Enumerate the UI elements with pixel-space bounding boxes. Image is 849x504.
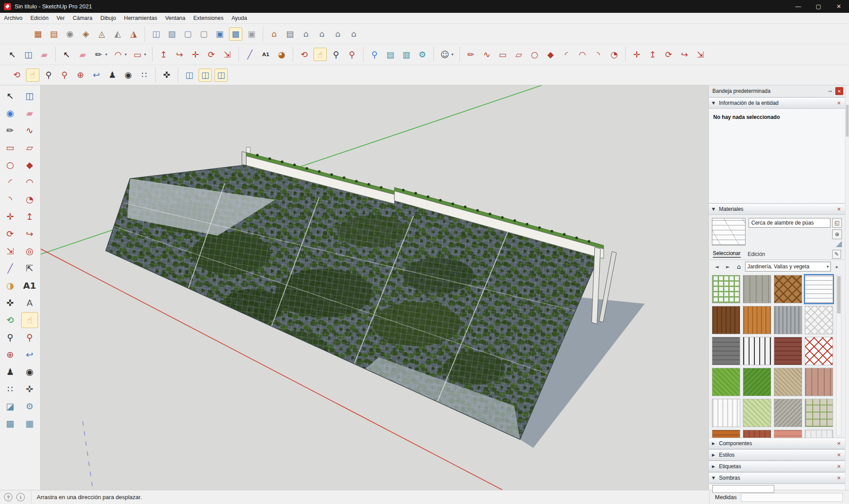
porcion-icon[interactable]: ◔ [608,48,621,61]
porcion-icon[interactable]: ◔ [21,191,38,207]
zoom-ventana-icon[interactable]: ⚲ [58,69,71,82]
perspectiva-dos-puntos-icon[interactable]: ◫ [214,69,228,82]
material-losas-con-musgo[interactable] [805,399,833,427]
acotacion-icon[interactable]: ⇱ [21,260,38,276]
vista-derecha-icon[interactable]: ⌂ [315,27,329,41]
escala-icon[interactable]: ⇲ [2,243,19,259]
cuenta-usuario-icon[interactable]: ☺ [438,48,451,61]
close-icon[interactable]: ✕ [836,475,842,481]
material-grava-gris[interactable] [774,399,802,427]
arco-3-puntos-icon[interactable]: ◝ [2,191,19,207]
material-celosia-blanca[interactable] [805,306,833,334]
material-verja-hierro[interactable] [743,337,771,365]
viewport-3d[interactable] [41,85,708,490]
material-name-field[interactable]: Cerca de alambre de púas [749,218,830,228]
minimize-button[interactable]: — [788,0,808,13]
menu-ventana[interactable]: Ventana [161,13,189,24]
zoom-ventana-icon[interactable]: ⚲ [21,329,38,345]
arco-2-puntos-icon[interactable]: ◠ [21,174,38,190]
configuracion-escena-icon[interactable]: ⚙ [416,48,429,61]
orbitar-icon[interactable]: ⟲ [2,312,19,328]
desplazar-icon[interactable]: ☝ [21,312,38,328]
escala-2-icon[interactable]: ⇲ [694,48,707,61]
circulo-icon[interactable]: ○ [2,157,19,173]
material-chapa-ondulada[interactable] [774,306,802,334]
menu-herramientas[interactable]: Herramientas [120,13,161,24]
mover-icon[interactable]: ✛ [189,48,202,61]
help-icon[interactable]: ? [4,493,12,501]
borrar-icon[interactable]: ▰ [38,48,51,61]
menu-ayuda[interactable]: Ayuda [227,13,251,24]
menu-extensiones[interactable]: Extensiones [189,13,227,24]
seleccionar-2-icon[interactable]: ↖ [60,48,73,61]
material-cerca-alambre-puas[interactable] [805,275,833,303]
material-baldosa-blanca[interactable] [805,430,833,438]
sigueme-2-icon[interactable]: ↪ [678,48,691,61]
details-icon[interactable]: ▸ [832,262,842,271]
girar-icon[interactable]: ◉ [21,364,38,380]
rotar-icon[interactable]: ⟳ [205,48,218,61]
situar-camara-icon[interactable]: ♟ [2,364,19,380]
section-componentes[interactable]: ▶ Componentes ✕ [709,438,845,449]
relleno-seccion-icon[interactable]: ▦ [21,416,38,431]
monocromo-icon[interactable]: ▣ [245,27,258,41]
rectangulo-icon[interactable]: ▭ [131,48,144,61]
rotar-icon[interactable]: ⟳ [2,226,19,242]
empujar-tirar-2-icon[interactable]: ↥ [646,48,659,61]
caminar-icon[interactable]: ∷ [2,381,19,397]
close-icon[interactable]: ✕ [836,100,842,106]
rectangulo-dropdown-icon[interactable]: ▾ [144,52,149,57]
pin-icon[interactable]: ⊸ [826,87,834,95]
agregar-detalle-icon[interactable]: ◭ [111,27,124,41]
measures-input[interactable] [741,493,843,502]
zoom-icon[interactable]: ⚲ [42,69,55,82]
aristas-posteriores-icon[interactable]: ▨ [165,27,179,41]
back-icon[interactable]: ◄ [712,262,722,271]
rectangulo-girado-icon[interactable]: ▱ [512,48,525,61]
material-valla-verde[interactable] [712,275,740,303]
posicionar-vista-icon[interactable]: ✜ [21,381,38,397]
sigueme-icon[interactable]: ↪ [21,226,38,242]
material-tablas-naranjas[interactable] [743,306,771,334]
vista-izquierda-icon[interactable]: ⌂ [347,27,360,41]
section-materiales[interactable]: ▼ Materiales ✕ [709,203,845,215]
zoom-extents-icon[interactable]: ⊕ [74,69,87,82]
capas-icon[interactable]: ▥ [400,48,413,61]
proyectar-icon[interactable]: ◬ [95,27,108,41]
orbitar-icon[interactable]: ⟲ [298,48,311,61]
material-adoquines-rosados[interactable] [805,368,833,396]
vista-posterior-icon[interactable]: ⌂ [331,27,344,41]
rayos-x-icon[interactable]: ◫ [149,27,163,41]
texto-icon[interactable]: A1 [21,278,38,294]
texto-icon[interactable]: A1 [259,48,272,61]
linea-icon[interactable]: ✏ [92,48,105,61]
escala-icon[interactable]: ⇲ [221,48,234,61]
material-cesped-palido[interactable] [743,399,771,427]
create-material-icon[interactable]: ⊕ [832,229,842,239]
ejes-icon[interactable]: ✜ [2,295,19,311]
ejes-icon[interactable]: ✜ [160,69,173,82]
rectangulo-2-icon[interactable]: ▭ [496,48,509,61]
crear-componente-icon[interactable]: ◫ [22,48,35,61]
arco-icon[interactable]: ◜ [2,174,19,190]
section-estilos[interactable]: ▶ Estilos ✕ [709,449,845,461]
material-cesped-oscuro[interactable] [743,368,771,396]
buscar-icon[interactable]: ⚲ [368,48,381,61]
texto-3d-icon[interactable]: A [21,295,38,311]
section-sombras[interactable]: ▼ Sombras ✕ [709,472,845,484]
suavizar-icon[interactable]: ◉ [63,27,76,41]
borrar-2-icon[interactable]: ▰ [76,48,89,61]
girar-icon[interactable]: ◉ [122,69,135,82]
material-madera-rojiza[interactable] [774,337,802,365]
tab-seleccionar[interactable]: Seleccionar [713,250,741,258]
menu-ver[interactable]: Ver [53,13,69,24]
collection-dropdown[interactable]: Jardinería, Vallas y vegeta ▾ [745,262,831,271]
poligono-icon[interactable]: ◆ [544,48,557,61]
medir-icon[interactable]: ╱ [243,48,256,61]
info-icon[interactable]: i [16,493,25,501]
material-madera-oscura[interactable] [712,306,740,334]
mano-alzada-icon[interactable]: ∿ [21,122,38,138]
poligono-icon[interactable]: ◆ [21,157,38,173]
cuenta-usuario-dropdown-icon[interactable]: ▾ [451,52,456,57]
arco-2-puntos-icon[interactable]: ◠ [576,48,589,61]
